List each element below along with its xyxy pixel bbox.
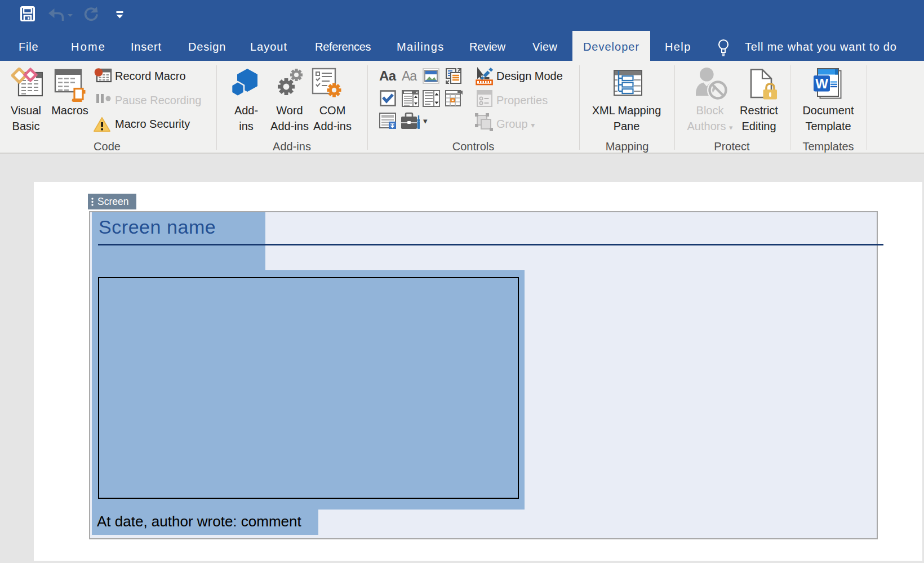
svg-text:W: W	[815, 76, 828, 91]
